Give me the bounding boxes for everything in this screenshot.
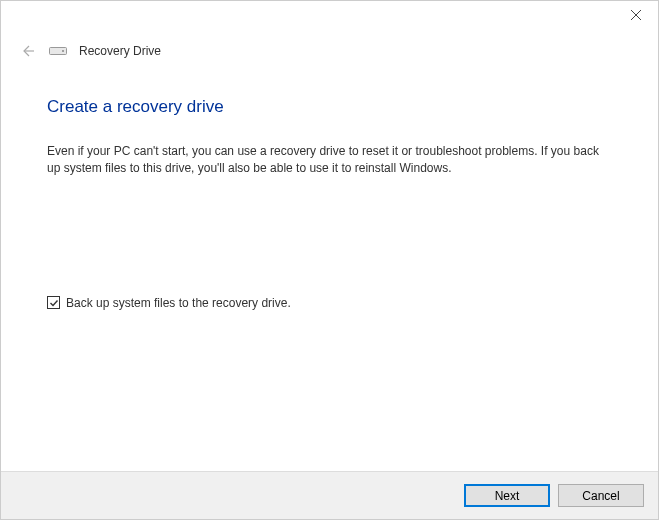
backup-checkbox[interactable] [47, 296, 60, 309]
backup-checkbox-row[interactable]: Back up system files to the recovery dri… [47, 296, 618, 310]
next-button[interactable]: Next [464, 484, 550, 507]
header-row: Recovery Drive [1, 33, 658, 61]
cancel-button[interactable]: Cancel [558, 484, 644, 507]
back-arrow-icon [19, 43, 35, 59]
footer: Next Cancel [1, 471, 658, 519]
backup-checkbox-label: Back up system files to the recovery dri… [66, 296, 291, 310]
content-area: Create a recovery drive Even if your PC … [1, 61, 658, 310]
page-heading: Create a recovery drive [47, 97, 618, 117]
titlebar [1, 1, 658, 33]
close-icon [631, 10, 641, 20]
drive-icon [49, 45, 67, 57]
checkmark-icon [49, 298, 59, 308]
back-button[interactable] [17, 41, 37, 61]
page-description: Even if your PC can't start, you can use… [47, 143, 607, 178]
close-button[interactable] [613, 1, 658, 29]
window-title: Recovery Drive [79, 44, 161, 58]
svg-point-4 [62, 50, 64, 52]
